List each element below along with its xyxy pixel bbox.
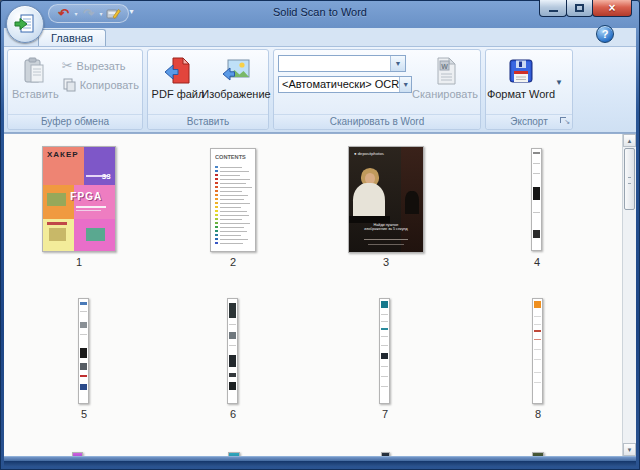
ad-headline-line2: изображение за 5 секунд (363, 227, 409, 231)
cut-button[interactable]: ✂ Вырезать (59, 56, 142, 75)
page-content-block (80, 302, 87, 305)
page-content-block (381, 353, 388, 359)
page-number: 2 (213, 256, 253, 268)
page-content-block (80, 348, 87, 358)
client-area: Главная ? Вставить (4, 28, 636, 466)
contents-line (220, 235, 241, 236)
scanner-select-dropdown-icon[interactable]: ▼ (390, 56, 405, 71)
page-content-block (534, 301, 541, 308)
page-thumbnail-5[interactable] (78, 298, 89, 404)
contents-line (220, 207, 241, 208)
insert-pdf-label: PDF файл (152, 89, 205, 100)
page-number: 1 (59, 256, 99, 268)
page-content-block (229, 324, 236, 325)
page-content-block (534, 359, 541, 360)
page-thumbnail-8[interactable] (532, 298, 543, 404)
insert-pdf-button[interactable]: PDF файл (152, 52, 204, 112)
ad-headline-line1: Найди нужное (363, 223, 409, 227)
contents-title: CONTENTS (215, 154, 245, 160)
scrollbar-thumb[interactable] (624, 148, 635, 210)
page-content-block (80, 322, 87, 328)
page-thumbnail-10-partial[interactable] (228, 452, 240, 456)
scanner-select-value (279, 56, 390, 71)
group-scan-label: Сканировать в Word (274, 114, 480, 129)
svg-text:W: W (441, 63, 448, 70)
contents-bullet (215, 230, 218, 233)
contents-bullet (215, 174, 218, 177)
minimize-button[interactable] (539, 0, 567, 17)
contents-line (220, 219, 242, 220)
redo-dropdown-icon[interactable]: ▾ (97, 10, 105, 17)
page-content-block (229, 332, 236, 339)
word-format-button[interactable]: Формат Word (490, 52, 552, 112)
group-clipboard-label: Буфер обмена (8, 114, 142, 129)
contents-line (220, 171, 249, 172)
ocr-language-select[interactable]: <Автоматически> OCR ▼ (278, 76, 412, 93)
page-content-block (534, 339, 541, 340)
page-thumbnail-1[interactable]: ХАКЕР 33 FPGA (42, 146, 116, 252)
dialog-launcher-icon[interactable] (560, 117, 569, 126)
page-content-block (49, 228, 66, 241)
copy-button[interactable]: Копировать (59, 75, 142, 94)
scanner-select[interactable]: ▼ (278, 55, 406, 72)
paste-label: Вставить (12, 89, 59, 100)
insert-image-label: Изображение (201, 89, 270, 100)
page-content-block (80, 375, 87, 377)
ribbon: Вставить ✂ Вырезать Копировать (4, 46, 636, 133)
word-document-icon: W (430, 56, 460, 86)
window-title: Solid Scan to Word (120, 6, 520, 18)
help-button[interactable]: ? (596, 25, 614, 43)
word-format-dropdown-icon[interactable]: ▼ (552, 52, 566, 112)
page-thumbnail-4[interactable] (531, 148, 542, 251)
page-number: 6 (213, 408, 253, 420)
page-thumbnail-12-partial[interactable] (532, 452, 544, 456)
undo-button[interactable]: ↶ (55, 6, 72, 22)
maximize-button[interactable] (566, 0, 593, 17)
paste-button[interactable]: Вставить (12, 52, 59, 112)
ad-logo-text: depositphotos (358, 151, 384, 155)
scroll-up-icon[interactable]: ▲ (623, 134, 636, 147)
page-content-block (80, 334, 87, 335)
page-content-block (381, 366, 388, 367)
page-content-block (533, 230, 540, 238)
page-thumbnail-3[interactable]: ● depositphotos Найди нужное изображение… (348, 146, 424, 253)
scan-button[interactable]: W Сканировать (414, 52, 476, 112)
scroll-down-icon[interactable]: ▼ (623, 443, 636, 456)
page-thumbnail-9-partial[interactable] (72, 452, 83, 456)
ad-logo: ● depositphotos (354, 151, 384, 155)
redo-button[interactable]: ↷ (80, 6, 97, 22)
contents-bullet (215, 206, 218, 209)
pdf-file-icon (163, 56, 193, 86)
contents-line (220, 195, 248, 196)
contents-bullet (215, 226, 218, 229)
contents-list (215, 165, 252, 245)
undo-dropdown-icon[interactable]: ▾ (72, 10, 80, 17)
ribbon-tab-row: Главная ? (4, 28, 636, 46)
contents-bullet (215, 234, 218, 237)
page-thumbnail-6[interactable] (227, 298, 238, 404)
contents-line (220, 183, 246, 184)
app-document-icon (13, 12, 37, 36)
page-content-block (76, 206, 106, 208)
contents-bullet (215, 214, 218, 217)
insert-image-button[interactable]: Изображение (204, 52, 268, 112)
ocr-language-value: <Автоматически> OCR (279, 77, 399, 92)
page-content-block (533, 212, 540, 213)
contents-bullet (215, 186, 218, 189)
ad-headline: Найди нужное изображение за 5 секунд (363, 223, 409, 232)
contents-line (220, 167, 242, 168)
contents-line (220, 227, 244, 228)
page-number: 8 (518, 408, 558, 420)
page-content-block (533, 187, 540, 200)
app-menu-button[interactable] (6, 5, 44, 43)
vertical-scrollbar[interactable]: ▲ ▼ (622, 134, 636, 456)
close-button[interactable]: × (592, 0, 632, 17)
ocr-language-dropdown-icon[interactable]: ▼ (399, 77, 411, 92)
page-thumbnail-7[interactable] (379, 298, 390, 404)
tab-home[interactable]: Главная (38, 29, 106, 46)
page-thumbnail-11-partial[interactable] (381, 452, 390, 456)
contents-bullet (215, 170, 218, 173)
page-thumbnail-2[interactable]: CONTENTS (210, 148, 256, 252)
contents-bullet (215, 182, 218, 185)
image-icon (221, 56, 251, 86)
